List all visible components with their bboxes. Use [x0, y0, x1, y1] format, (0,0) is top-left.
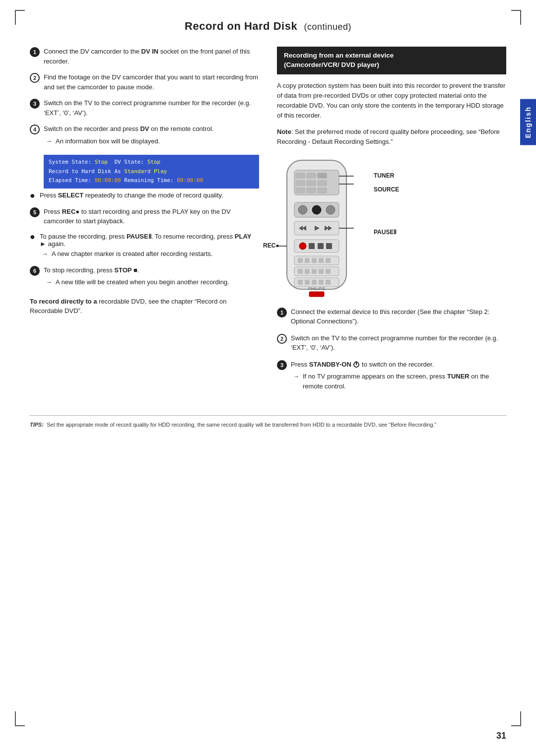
section-heading-line1: Recording from an external device	[284, 51, 499, 61]
tips-bar: TIPS: Set the appropriate mode of record…	[30, 415, 506, 429]
bullet-pause: ● To pause the recording, press PAUSEⅡ. …	[30, 233, 259, 260]
svg-rect-29	[312, 258, 317, 263]
title-continued: (continued)	[304, 22, 351, 32]
display-line-3: Elapsed Time: 00:00:00 Remaining Time: 0…	[49, 176, 254, 186]
arrow-6-text: A new title will be created when you beg…	[56, 277, 229, 287]
step-5: 5 Press REC● to start recording and pres…	[30, 207, 259, 226]
right-step-3-content: Press STANDBY-ON to switch on the record…	[291, 360, 506, 394]
right-step-2-content: Switch on the TV to the correct programm…	[291, 333, 506, 353]
svg-rect-10	[318, 188, 327, 193]
svg-rect-25	[326, 243, 332, 249]
corner-mark-bl	[15, 711, 25, 726]
step-1-num: 1	[30, 47, 40, 57]
display-line-2: Record to Hard Disk As Standard Play	[49, 167, 254, 177]
svg-rect-24	[318, 243, 324, 249]
svg-rect-45	[309, 292, 324, 297]
svg-rect-34	[305, 269, 310, 274]
display-line-1: System State: Stop DV State: Stop	[49, 158, 254, 167]
svg-text:PHILIPS: PHILIPS	[308, 286, 326, 291]
step-4-num: 4	[30, 125, 40, 134]
svg-rect-6	[307, 181, 316, 186]
remote-labels: TUNER SOURCE PAUSEⅡ	[374, 169, 399, 239]
arrow-right-3-text: If no TV programme appears on the screen…	[303, 372, 506, 391]
step-1: 1 Connect the DV camcorder to the DV IN …	[30, 47, 259, 66]
svg-rect-40	[305, 280, 310, 285]
corner-mark-tl	[15, 10, 25, 25]
bullet-pause-text: To pause the recording, press PAUSEⅡ. To…	[40, 233, 259, 260]
source-label: SOURCE	[374, 183, 399, 196]
right-step-2-num: 2	[277, 334, 287, 344]
pause-label: PAUSEⅡ	[374, 226, 399, 239]
svg-point-22	[299, 243, 306, 250]
step-1-content: Connect the DV camcorder to the DV IN so…	[44, 47, 259, 66]
step-5-content: Press REC● to start recording and press …	[44, 207, 259, 226]
arrow-right-3: → If no TV programme appears on the scre…	[291, 372, 506, 391]
main-columns: 1 Connect the DV camcorder to the DV IN …	[30, 47, 506, 400]
svg-rect-37	[326, 269, 331, 274]
step-4: 4 Switch on the recorder and press DV on…	[30, 124, 259, 148]
arrow-6: → A new title will be created when you b…	[44, 277, 229, 287]
svg-rect-30	[319, 258, 324, 263]
tuner-label: TUNER	[374, 169, 399, 182]
display-standard: Standard Play	[124, 168, 167, 175]
svg-rect-33	[298, 269, 303, 274]
right-step-1-num: 1	[277, 308, 287, 317]
intro-text: A copy protection system has been built …	[277, 81, 506, 121]
right-steps: 1 Connect the external device to this re…	[277, 307, 506, 394]
english-tab: English	[520, 99, 536, 145]
svg-rect-2	[296, 173, 305, 178]
right-column: Recording from an external device (Camco…	[277, 47, 506, 400]
step-3-content: Switch on the TV to the correct programm…	[44, 98, 259, 118]
svg-point-14	[326, 205, 335, 214]
bullet-select-text: Press SELECT repeatedly to change the mo…	[40, 191, 223, 199]
tips-label: TIPS:	[30, 422, 44, 428]
corner-mark-tr	[511, 10, 521, 25]
step-2-num: 2	[30, 73, 40, 83]
svg-point-13	[312, 205, 321, 214]
section-heading-line2: (Camcorder/VCR/ DVD player)	[284, 61, 499, 70]
arrow-pause: → A new chapter marker is created after …	[40, 250, 259, 257]
display-elapsed: 00:00:00	[95, 177, 121, 184]
svg-rect-27	[298, 258, 303, 263]
svg-rect-7	[318, 181, 327, 186]
arrow-sym-4: →	[46, 136, 54, 146]
step-2-content: Find the footage on the DV camcorder tha…	[44, 72, 259, 92]
svg-point-12	[298, 205, 307, 214]
corner-mark-br	[511, 711, 521, 726]
bullet-dot-pause: ●	[30, 232, 36, 243]
svg-rect-31	[326, 258, 331, 263]
svg-rect-5	[296, 181, 305, 186]
display-remaining: 00:00:00	[177, 177, 203, 184]
svg-rect-39	[298, 280, 303, 285]
right-step-3: 3 Press STANDBY-ON to switch on the reco…	[277, 360, 506, 394]
title-main: Record on Hard Disk	[185, 20, 297, 32]
svg-rect-35	[312, 269, 317, 274]
left-column: 1 Connect the DV camcorder to the DV IN …	[30, 47, 259, 316]
right-step-1-content: Connect the external device to this reco…	[291, 307, 506, 326]
display-stop-1: Stop	[95, 159, 108, 165]
step-2: 2 Find the footage on the DV camcorder t…	[30, 72, 259, 92]
right-step-3-num: 3	[277, 360, 287, 370]
standby-icon	[353, 362, 359, 368]
page-number: 31	[496, 731, 506, 741]
step-6: 6 To stop recording, press STOP ■. → A n…	[30, 265, 259, 290]
step-5-num: 5	[30, 207, 40, 217]
svg-rect-41	[312, 280, 317, 285]
display-stop-2: Stop	[147, 159, 161, 165]
tips-text: Set the appropriate mode of record quali…	[47, 422, 436, 428]
arrow-sym-right-3: →	[293, 372, 301, 381]
page-title: Record on Hard Disk (continued)	[30, 20, 506, 33]
arrow-4-text: An information box will be displayed.	[56, 136, 160, 146]
step-6-content: To stop recording, press STOP ■. → A new…	[44, 265, 229, 290]
svg-rect-28	[305, 258, 310, 263]
bullet-dot-select: ●	[30, 190, 36, 201]
svg-rect-9	[307, 188, 316, 193]
svg-rect-42	[319, 280, 324, 285]
right-step-1: 1 Connect the external device to this re…	[277, 307, 506, 326]
step-3-num: 3	[30, 99, 40, 109]
step-4-content: Switch on the recorder and press DV on t…	[44, 124, 214, 148]
arrow-sym-pause: →	[42, 250, 50, 257]
page: English Record on Hard Disk (continued) …	[0, 0, 536, 756]
arrow-pause-text: A new chapter marker is created after re…	[52, 250, 212, 257]
arrow-4: → An information box will be displayed.	[44, 136, 214, 146]
